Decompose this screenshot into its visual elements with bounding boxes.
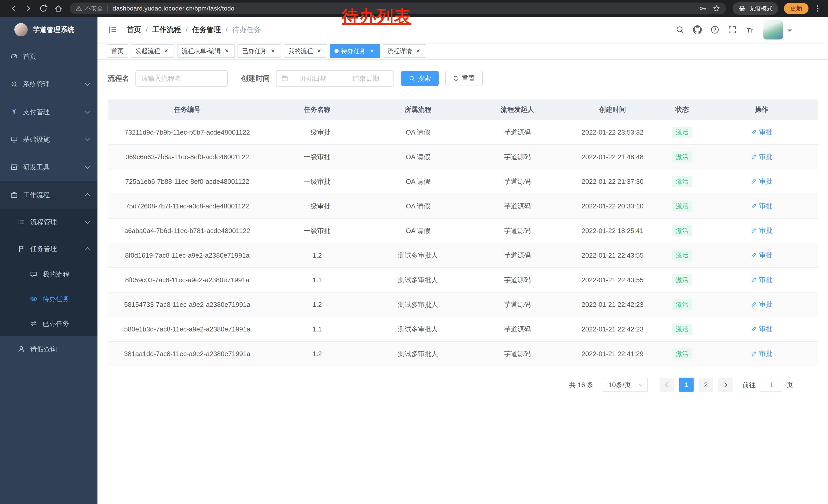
table-row: 75d72608-7b7f-11ec-a3c8-acde48001122一级审批… (108, 194, 818, 218)
cell-initiator: 芋道源码 (468, 243, 566, 268)
sidebar-item-done-task[interactable]: 已办任务 (0, 311, 97, 336)
infra-icon (10, 136, 18, 143)
tab-label: 流程详情 (387, 47, 412, 55)
sidebar-item-label: 任务管理 (30, 244, 57, 253)
chevron-left-icon (665, 382, 670, 387)
sidebar-item-label: 请假查询 (30, 345, 57, 354)
approve-link[interactable]: 审批 (751, 275, 772, 284)
edit-icon (751, 203, 757, 209)
column-header: 状态 (659, 99, 706, 120)
star-icon[interactable] (713, 5, 720, 12)
goto-page-input[interactable] (760, 378, 782, 392)
close-icon[interactable]: × (415, 47, 422, 55)
cell-status: 激活 (659, 218, 706, 243)
close-icon[interactable]: × (316, 47, 323, 55)
sidebar-item-label: 支付管理 (23, 107, 50, 117)
security-label: 不安全 (85, 5, 103, 12)
sidebar-item-dev-tools[interactable]: 研发工具 (0, 153, 97, 181)
tab-start-process[interactable]: 发起流程× (131, 44, 174, 58)
tab-home[interactable]: 首页 (107, 44, 128, 58)
sidebar-item-system-mgmt[interactable]: 系统管理 (0, 70, 97, 98)
hamburger-icon[interactable] (108, 25, 118, 34)
approve-link[interactable]: 审批 (751, 325, 772, 333)
tab-process-detail[interactable]: 流程详情× (383, 44, 426, 58)
prev-page-button[interactable] (660, 378, 674, 392)
status-badge: 激活 (672, 225, 692, 236)
approve-link[interactable]: 审批 (751, 201, 772, 211)
page-size-select[interactable]: 10条/页 (603, 378, 648, 392)
search-icon[interactable] (676, 26, 685, 34)
tab-form-edit[interactable]: 流程表单-编辑× (177, 44, 235, 58)
navbar-right (667, 20, 821, 40)
process-icon (17, 218, 25, 226)
tab-my-process[interactable]: 我的流程× (284, 44, 327, 58)
sidebar-item-home[interactable]: 首页 (0, 43, 97, 70)
close-icon[interactable]: × (269, 47, 277, 55)
update-button[interactable]: 更新 (784, 3, 809, 14)
menu-dots-icon[interactable] (814, 4, 822, 12)
close-icon[interactable]: × (163, 47, 170, 55)
close-icon[interactable]: × (223, 47, 230, 55)
approve-link[interactable]: 审批 (751, 251, 772, 260)
process-name-input[interactable] (135, 70, 228, 87)
search-button[interactable]: 搜索 (401, 71, 439, 86)
logo-avatar (14, 23, 28, 36)
avatar[interactable] (763, 20, 783, 40)
reload-icon[interactable] (39, 4, 48, 13)
approve-link[interactable]: 审批 (751, 226, 772, 235)
approve-link[interactable]: 审批 (751, 152, 772, 161)
reset-button[interactable]: 重置 (445, 71, 483, 86)
create-time-range-picker[interactable]: 开始日期 - 结束日期 (276, 70, 394, 87)
cell-task-name: 一级审批 (267, 169, 368, 194)
approve-link[interactable]: 审批 (751, 349, 772, 358)
sidebar-item-task-mgmt[interactable]: 任务管理 (0, 235, 97, 262)
cell-created-time: 2022-01-22 23:53:32 (566, 120, 659, 145)
breadcrumb-item[interactable]: 首页 (127, 25, 141, 35)
pagination: 共 16 条 10条/页 12 前往 页 (108, 378, 818, 392)
next-page-button[interactable] (718, 378, 733, 392)
sidebar-item-my-process[interactable]: 我的流程 (0, 262, 97, 287)
incognito-label: 无痕模式 (749, 5, 773, 12)
status-badge: 激活 (672, 324, 692, 335)
fontsize-icon[interactable] (745, 26, 754, 34)
page-size-value: 10条/页 (609, 380, 631, 390)
approve-link[interactable]: 审批 (751, 300, 772, 309)
cell-action: 审批 (706, 120, 818, 145)
cell-status: 激活 (659, 292, 706, 317)
sidebar-item-infrastructure[interactable]: 基础设施 (0, 126, 97, 153)
key-icon[interactable] (699, 5, 706, 12)
cell-created-time: 2022-01-22 21:48:48 (566, 145, 659, 169)
total-count: 共 16 条 (569, 380, 593, 390)
edit-icon (751, 351, 757, 357)
tasks-table: 任务编号任务名称所属流程流程发起人创建时间状态操作 73211d9d-7b9b-… (108, 99, 818, 366)
sidebar-item-todo-task[interactable]: 待办任务 (0, 287, 97, 311)
question-icon[interactable] (710, 26, 719, 34)
sidebar-item-workflow[interactable]: 工作流程 (0, 181, 97, 209)
cell-task-name: 1.2 (267, 341, 368, 366)
tab-todo-task[interactable]: 待办任务× (330, 44, 380, 58)
back-icon[interactable] (9, 4, 18, 13)
tab-done-task[interactable]: 已办任务× (238, 44, 281, 58)
github-icon[interactable] (693, 26, 702, 34)
breadcrumb-item[interactable]: 工作流程 (152, 25, 181, 35)
logo[interactable]: 芋道管理系统 (0, 17, 97, 43)
page-button-1[interactable]: 1 (679, 378, 694, 392)
fullscreen-icon[interactable] (728, 26, 737, 34)
page-button-2[interactable]: 2 (699, 378, 713, 392)
sidebar-item-process-mgmt[interactable]: 流程管理 (0, 209, 97, 235)
breadcrumb-item[interactable]: 任务管理 (192, 25, 221, 35)
forward-icon[interactable] (24, 4, 33, 13)
home-icon[interactable] (54, 4, 63, 13)
close-icon[interactable]: × (368, 47, 376, 55)
tab-label: 待办任务 (341, 47, 366, 55)
sidebar-item-payment-mgmt[interactable]: ¥支付管理 (0, 98, 97, 126)
range-separator: - (339, 75, 341, 83)
approve-link[interactable]: 审批 (751, 128, 772, 137)
approve-link[interactable]: 审批 (751, 177, 772, 186)
browser-chrome: 不安全 dashboard.yudao.iocoder.cn/bpm/task/… (0, 0, 828, 17)
warning-icon[interactable] (75, 5, 82, 12)
sidebar-item-leave-query[interactable]: 请假查询 (0, 336, 97, 363)
chat-icon (30, 270, 37, 278)
cell-initiator: 芋道源码 (468, 268, 566, 292)
chevron-down-icon (85, 219, 90, 224)
